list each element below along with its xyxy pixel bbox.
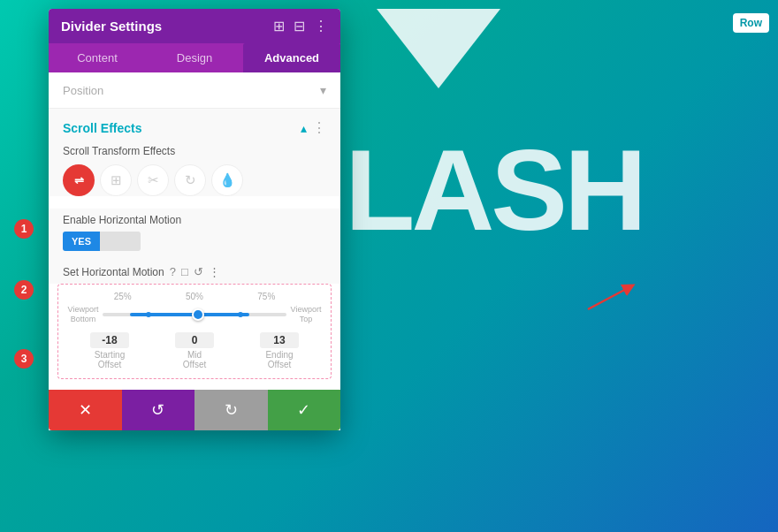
- step-1-circle: 1: [14, 219, 34, 239]
- slider-pct-labels: 25% 50% 75%: [67, 292, 322, 301]
- scroll-effects-section: Scroll Effects ▴ ⋮ Scroll Transform Effe…: [49, 109, 340, 196]
- section-header: Scroll Effects ▴ ⋮: [63, 119, 326, 136]
- svg-line-1: [588, 287, 629, 309]
- step-3-circle: 3: [14, 349, 34, 369]
- viewport-top-label: Viewport Top: [290, 305, 322, 324]
- enable-horizontal-label: Enable Horizontal Motion: [63, 214, 326, 226]
- effect-btn-horizontal[interactable]: ⇌: [63, 164, 95, 196]
- position-chevron-icon: ▾: [320, 83, 326, 97]
- toggle-no-btn[interactable]: [100, 232, 141, 251]
- toggle-row: YES: [63, 232, 326, 251]
- ending-offset-input[interactable]: [260, 332, 299, 348]
- arrow-indicator: [584, 283, 637, 318]
- panel-body: Position ▾ Scroll Effects ▴ ⋮ Scroll Tra…: [49, 72, 340, 390]
- cancel-button[interactable]: ✕: [49, 390, 122, 430]
- slider-track[interactable]: [103, 313, 286, 316]
- panel-header: Divider Settings ⊞ ⊟ ⋮: [49, 9, 340, 43]
- redo-button[interactable]: ↻: [194, 390, 268, 430]
- save-button[interactable]: ✓: [268, 390, 341, 430]
- motion-device-icon[interactable]: □: [181, 265, 188, 278]
- pct-label-75: 75%: [257, 292, 275, 301]
- offset-values-row: StartingOffset MidOffset EndingOffset: [67, 331, 322, 369]
- pct-label-25: 25%: [114, 292, 132, 301]
- starting-offset-label: StartingOffset: [90, 350, 129, 369]
- tab-design[interactable]: Design: [146, 43, 243, 72]
- slider-tick-75: [238, 312, 243, 317]
- toggle-yes-btn[interactable]: YES: [63, 232, 100, 251]
- motion-label: Set Horizontal Motion: [63, 266, 164, 278]
- position-row[interactable]: Position ▾: [49, 72, 340, 109]
- motion-help-icon[interactable]: ?: [170, 265, 176, 278]
- starting-offset-item: StartingOffset: [90, 331, 129, 369]
- position-label: Position: [63, 84, 103, 97]
- tab-advanced[interactable]: Advanced: [243, 43, 340, 72]
- panel-icon-grid[interactable]: ⊟: [294, 18, 305, 34]
- undo-button[interactable]: ↺: [122, 390, 195, 430]
- motion-header: Set Horizontal Motion ? □ ↺ ⋮: [49, 260, 340, 284]
- bg-text: LASH: [345, 124, 644, 256]
- panel-icon-columns[interactable]: ⊞: [273, 18, 285, 34]
- ending-offset-label: EndingOffset: [260, 350, 299, 369]
- panel-tabs: Content Design Advanced: [49, 43, 340, 72]
- slider-thumb[interactable]: [192, 308, 204, 321]
- effect-btn-vertical[interactable]: ⊞: [100, 164, 132, 196]
- effect-btn-blur[interactable]: 💧: [211, 164, 243, 196]
- mid-offset-item: MidOffset: [175, 331, 214, 369]
- tab-content[interactable]: Content: [49, 43, 146, 72]
- mid-offset-input[interactable]: [175, 332, 214, 348]
- panel-header-icons: ⊞ ⊟ ⋮: [273, 18, 328, 34]
- effect-icons-row: ⇌ ⊞ ✂ ↻ 💧: [63, 164, 326, 196]
- slider-tick-25: [146, 312, 151, 317]
- ending-offset-item: EndingOffset: [260, 331, 299, 369]
- enable-horizontal-row: Enable Horizontal Motion YES: [49, 209, 340, 260]
- slider-track-row: Viewport Bottom Viewport Top: [67, 305, 322, 324]
- divider-settings-panel: Divider Settings ⊞ ⊟ ⋮ Content Design Ad…: [49, 9, 340, 430]
- section-collapse-icon[interactable]: ▴: [301, 121, 307, 135]
- panel-footer: ✕ ↺ ↻ ✓: [49, 390, 340, 430]
- effect-btn-fade[interactable]: ✂: [137, 164, 169, 196]
- motion-reset-icon[interactable]: ↺: [194, 265, 203, 278]
- section-title: Scroll Effects: [63, 121, 141, 135]
- effect-btn-rotate[interactable]: ↻: [174, 164, 206, 196]
- transform-effects-label: Scroll Transform Effects: [63, 145, 326, 157]
- mid-offset-label: MidOffset: [175, 350, 214, 369]
- section-header-right: ▴ ⋮: [301, 119, 326, 136]
- motion-more-icon[interactable]: ⋮: [209, 265, 220, 278]
- panel-title: Divider Settings: [61, 19, 162, 34]
- slider-area: 25% 50% 75% Viewport Bottom Viewport Top: [57, 284, 332, 379]
- section-options-icon[interactable]: ⋮: [312, 119, 326, 136]
- panel-icon-dots[interactable]: ⋮: [314, 18, 328, 34]
- starting-offset-input[interactable]: [90, 332, 129, 348]
- row-badge: Row: [733, 13, 769, 33]
- triangle-shape: [377, 9, 500, 88]
- pct-label-50: 50%: [186, 292, 203, 301]
- viewport-bottom-label: Viewport Bottom: [67, 305, 99, 324]
- step-2-circle: 2: [14, 280, 34, 300]
